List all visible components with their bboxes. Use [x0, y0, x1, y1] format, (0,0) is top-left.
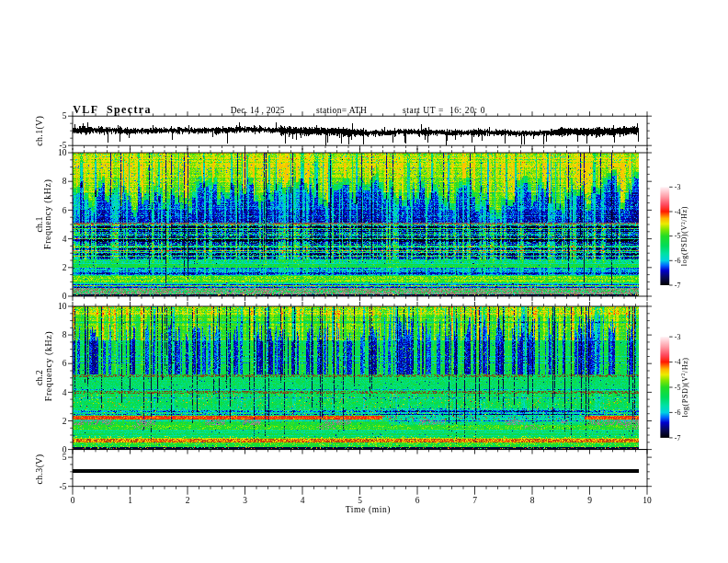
svg-text:VLF Spectra: VLF Spectra [73, 103, 152, 116]
svg-text:-7: -7 [675, 282, 681, 290]
svg-text:3: 3 [243, 496, 247, 505]
svg-text:-6: -6 [675, 257, 681, 265]
svg-text:station= ATH: station= ATH [316, 106, 367, 115]
svg-text:0: 0 [71, 496, 75, 505]
svg-text:Dec. 14 , 2025: Dec. 14 , 2025 [231, 106, 285, 115]
svg-text:0: 0 [63, 292, 67, 301]
svg-text:6: 6 [63, 206, 67, 215]
svg-text:4: 4 [63, 388, 67, 397]
svg-text:10: 10 [58, 302, 67, 311]
svg-text:-4: -4 [675, 358, 681, 366]
svg-text:9: 9 [587, 496, 592, 505]
svg-text:log(PSD)(V2/Hz): log(PSD)(V2/Hz) [680, 357, 688, 417]
svg-text:-4: -4 [675, 208, 681, 216]
svg-text:ch.1(V): ch.1(V) [34, 116, 45, 146]
svg-text:log(PSD)(V2/Hz): log(PSD)(V2/Hz) [680, 206, 688, 266]
svg-text:10: 10 [58, 148, 67, 157]
svg-text:7: 7 [472, 496, 477, 505]
svg-text:10: 10 [643, 496, 652, 505]
svg-text:5: 5 [63, 111, 67, 121]
svg-text:-6: -6 [675, 408, 681, 417]
svg-text:Time (min): Time (min) [346, 505, 391, 515]
svg-text:2: 2 [186, 496, 190, 505]
svg-text:8: 8 [63, 177, 67, 186]
svg-text:-5: -5 [60, 482, 67, 491]
svg-text:5: 5 [63, 453, 67, 462]
svg-text:1: 1 [128, 496, 132, 505]
svg-text:6: 6 [63, 359, 67, 368]
svg-text:Frequency (kHz): Frequency (kHz) [43, 331, 54, 401]
svg-text:8: 8 [530, 496, 535, 505]
svg-text:6: 6 [415, 496, 420, 505]
svg-text:ch.3(V): ch.3(V) [34, 454, 45, 485]
svg-text:5: 5 [358, 496, 362, 505]
svg-text:-5: -5 [675, 232, 681, 240]
svg-text:-5: -5 [675, 384, 681, 392]
svg-text:2: 2 [63, 417, 67, 426]
svg-text:Frequency (kHz): Frequency (kHz) [43, 179, 54, 249]
svg-text:-7: -7 [675, 434, 681, 442]
svg-text:2: 2 [63, 263, 67, 272]
svg-text:-3: -3 [675, 183, 681, 191]
svg-text:start UT = 16: 20: 0: start UT = 16: 20: 0 [403, 106, 485, 115]
svg-text:4: 4 [301, 496, 305, 505]
svg-text:-3: -3 [675, 333, 681, 341]
svg-text:8: 8 [63, 330, 67, 339]
svg-text:4: 4 [63, 235, 67, 244]
